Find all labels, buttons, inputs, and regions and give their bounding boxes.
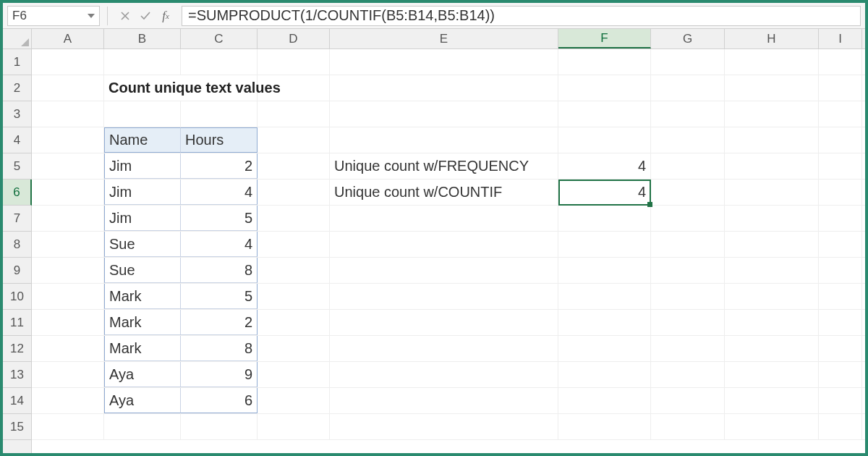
cell[interactable] — [725, 284, 819, 309]
cell[interactable] — [819, 414, 862, 439]
col-header-I[interactable]: I — [819, 29, 862, 48]
cell[interactable] — [258, 206, 330, 231]
sheet-title[interactable]: Count unique text values — [104, 75, 258, 101]
cell[interactable] — [330, 362, 558, 387]
row-header-9[interactable]: 9 — [3, 258, 31, 284]
col-header-H[interactable]: H — [725, 29, 819, 48]
cell[interactable] — [558, 75, 651, 101]
cells-area[interactable]: Count unique text values Name Hours — [32, 49, 865, 453]
result-frequency[interactable]: 4 — [558, 153, 651, 179]
cell[interactable] — [725, 258, 819, 283]
cell[interactable] — [258, 336, 330, 361]
table-cell-name[interactable]: Sue — [104, 258, 181, 283]
cell[interactable] — [819, 284, 862, 309]
cell[interactable] — [819, 258, 862, 283]
cell[interactable] — [651, 153, 725, 179]
cell[interactable] — [32, 180, 104, 205]
cell[interactable] — [651, 206, 725, 231]
row-header-11[interactable]: 11 — [3, 310, 31, 336]
cell[interactable] — [330, 206, 558, 231]
cell[interactable] — [330, 127, 558, 153]
cell[interactable] — [330, 101, 558, 127]
col-header-D[interactable]: D — [258, 29, 330, 48]
cell[interactable] — [819, 232, 862, 257]
table-cell-hours[interactable]: 4 — [181, 232, 258, 257]
table-cell-hours[interactable]: 5 — [181, 206, 258, 231]
row-header-15[interactable]: 15 — [3, 414, 31, 440]
select-all-button[interactable] — [3, 29, 32, 48]
cell[interactable] — [104, 101, 181, 127]
cell[interactable] — [32, 153, 104, 179]
row-header-3[interactable]: 3 — [3, 101, 31, 127]
table-cell-hours[interactable]: 6 — [181, 388, 258, 413]
cell[interactable] — [558, 284, 651, 309]
cell[interactable] — [819, 206, 862, 231]
cell[interactable] — [725, 414, 819, 439]
cell[interactable] — [819, 127, 862, 153]
table-header-hours[interactable]: Hours — [181, 127, 258, 153]
table-cell-name[interactable]: Sue — [104, 232, 181, 257]
cell[interactable] — [725, 336, 819, 361]
cell[interactable] — [651, 127, 725, 153]
cell[interactable] — [558, 258, 651, 283]
table-cell-hours[interactable]: 4 — [181, 180, 258, 205]
cell[interactable] — [32, 388, 104, 413]
cell[interactable] — [181, 101, 258, 127]
cell[interactable] — [558, 101, 651, 127]
table-cell-hours[interactable]: 2 — [181, 310, 258, 335]
cell[interactable] — [330, 75, 558, 101]
cell[interactable] — [258, 362, 330, 387]
cell[interactable] — [258, 388, 330, 413]
cell[interactable] — [819, 49, 862, 75]
cell[interactable] — [819, 75, 862, 101]
cell[interactable] — [558, 49, 651, 75]
cell[interactable] — [819, 101, 862, 127]
cell[interactable] — [651, 310, 725, 335]
col-header-B[interactable]: B — [104, 29, 181, 48]
col-header-A[interactable]: A — [32, 29, 104, 48]
cell[interactable] — [32, 127, 104, 153]
cell[interactable] — [725, 206, 819, 231]
col-header-E[interactable]: E — [330, 29, 558, 48]
table-cell-name[interactable]: Aya — [104, 388, 181, 413]
cell[interactable] — [725, 153, 819, 179]
row-header-10[interactable]: 10 — [3, 284, 31, 310]
cell[interactable] — [330, 310, 558, 335]
cell[interactable] — [819, 336, 862, 361]
cell[interactable] — [651, 49, 725, 75]
row-header-5[interactable]: 5 — [3, 153, 31, 180]
cell[interactable] — [651, 336, 725, 361]
result-countif[interactable]: 4 — [558, 180, 651, 205]
cell[interactable] — [819, 153, 862, 179]
cell[interactable] — [258, 180, 330, 205]
cell[interactable] — [725, 49, 819, 75]
cell[interactable] — [32, 75, 104, 101]
cell[interactable] — [104, 49, 181, 75]
cell[interactable] — [330, 258, 558, 283]
cell[interactable] — [258, 49, 330, 75]
label-frequency[interactable]: Unique count w/FREQUENCY — [330, 153, 558, 179]
cell[interactable] — [330, 388, 558, 413]
cell[interactable] — [258, 75, 330, 101]
cell[interactable] — [258, 232, 330, 257]
cell[interactable] — [258, 258, 330, 283]
cell[interactable] — [558, 414, 651, 439]
cell[interactable] — [32, 310, 104, 335]
row-header-14[interactable]: 14 — [3, 388, 31, 414]
cell[interactable] — [32, 414, 104, 439]
cell[interactable] — [32, 49, 104, 75]
table-header-name[interactable]: Name — [104, 127, 181, 153]
name-box[interactable]: F6 — [7, 6, 100, 26]
row-header-2[interactable]: 2 — [3, 75, 31, 101]
cell[interactable] — [32, 232, 104, 257]
cell[interactable] — [725, 232, 819, 257]
col-header-F[interactable]: F — [558, 29, 651, 48]
cell[interactable] — [32, 258, 104, 283]
cell[interactable] — [725, 75, 819, 101]
table-cell-hours[interactable]: 8 — [181, 258, 258, 283]
cell[interactable] — [651, 362, 725, 387]
cell[interactable] — [558, 362, 651, 387]
cell[interactable] — [651, 232, 725, 257]
cell[interactable] — [651, 75, 725, 101]
cell[interactable] — [32, 336, 104, 361]
